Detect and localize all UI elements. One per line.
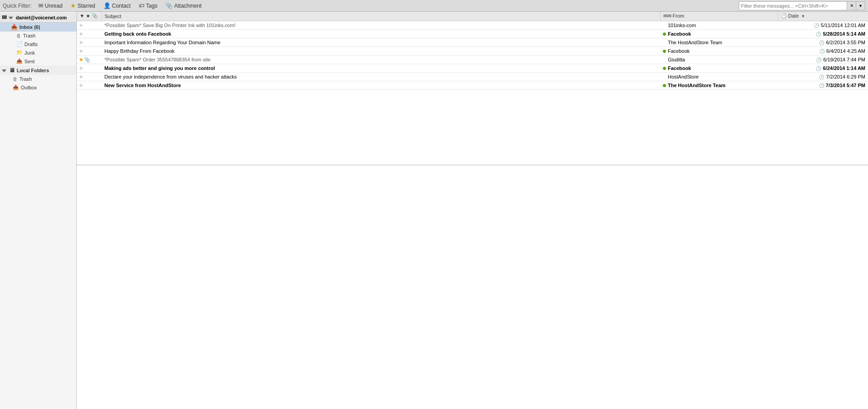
date-text: 6/19/2014 7:44 PM (823, 57, 865, 62)
local-folders-label: Local Folders (17, 68, 49, 73)
date-bullet-icon: 🕐 (819, 40, 824, 45)
account-envelope-icon: ✉ (2, 14, 7, 21)
date-bullet-icon: 🕐 (816, 32, 821, 37)
table-row[interactable]: ★Getting back onto FacebookFacebook🕐5/28… (77, 29, 868, 38)
date-col-label: Date (788, 13, 799, 19)
sidebar-item-trash[interactable]: 🗑 Trash (0, 32, 76, 40)
sidebar-item-junk[interactable]: 📁 Junk (0, 48, 76, 57)
table-row[interactable]: ★Making ads better and giving you more c… (77, 64, 868, 72)
email-subject-cell: Declare your independence from viruses a… (102, 72, 660, 81)
email-icons-cell: ★ (77, 21, 102, 29)
star-icon[interactable]: ★ (79, 82, 84, 88)
local-folders-triangle (2, 68, 7, 73)
filter-unread[interactable]: ✉ Unread (37, 2, 64, 9)
from-name: The HostAndStore Team (668, 83, 726, 88)
trash-label: Trash (23, 33, 36, 38)
junk-icon: 📁 (16, 50, 23, 56)
unread-icon-filter: ✉ (38, 2, 43, 9)
unread-label: Unread (45, 3, 62, 9)
star-icon[interactable]: ★ (79, 22, 84, 28)
email-list-container: ▼ ★ 📎 Subject ✉✉ From 🕐 Date ▼ (77, 12, 868, 165)
email-subject-cell: Important Information Regarding Your Dom… (102, 38, 660, 46)
from-col-icon: ✉✉ (663, 13, 671, 19)
star-icon[interactable]: ★ (79, 56, 84, 63)
star-icon[interactable]: ★ (79, 48, 84, 54)
account-triangle (9, 15, 14, 20)
attachment-icon: 📎 (165, 2, 173, 9)
email-icons-cell: ★ (77, 46, 102, 55)
filter-clear-button[interactable]: ✕ (847, 1, 856, 10)
sidebar-item-inbox[interactable]: 📥 Inbox (6) (0, 23, 76, 32)
email-date-cell: 🕐6/2/2014 3:55 PM (778, 38, 868, 46)
filter-attachment[interactable]: 📎 Attachment (164, 2, 203, 9)
from-name: 101inks-com (668, 23, 696, 28)
table-row[interactable]: ★Happy Birthday From FacebookFacebook🕐6/… (77, 46, 868, 55)
filter-box: ✕ ▼ (739, 1, 865, 10)
table-row[interactable]: ★📎*Possible Spam* Order 355547868354 fro… (77, 55, 868, 64)
contact-icon: 👤 (103, 2, 111, 9)
email-date-cell: 🕐5/28/2014 5:14 AM (778, 29, 868, 38)
filter-starred[interactable]: ★ Starred (69, 2, 96, 9)
star-icon[interactable]: ★ (79, 65, 84, 71)
sidebar-local-folders[interactable]: 🖥 Local Folders (0, 65, 76, 75)
table-row[interactable]: ★*Possible Spam* Save Big On Printer Ink… (77, 21, 868, 29)
email-date-cell: 🕐6/4/2014 4:25 AM (778, 46, 868, 55)
col-sort-icon: ▼ ★ 📎 (80, 13, 98, 19)
sidebar-item-sent[interactable]: 📤 Sent (0, 57, 76, 65)
sidebar-item-drafts[interactable]: 📄 Drafts (0, 40, 76, 48)
local-trash-label: Trash (19, 76, 32, 82)
sent-label: Sent (24, 59, 35, 64)
email-icons-cell: ★ (77, 38, 102, 46)
date-sort-arrow: ▼ (801, 14, 805, 19)
filter-contact[interactable]: 👤 Contact (102, 2, 132, 9)
outbox-icon: 📤 (13, 84, 19, 90)
email-date-cell: 🕐6/19/2014 7:44 PM (778, 55, 868, 64)
inbox-label: Inbox (6) (19, 24, 40, 30)
email-from-cell: Facebook (660, 64, 778, 72)
date-text: 7/2/2014 6:29 PM (826, 74, 865, 79)
filter-input[interactable] (739, 1, 847, 10)
no-dot (663, 75, 666, 79)
attachment-clip-icon: 📎 (84, 57, 90, 62)
trash-icon: 🗑 (16, 33, 21, 38)
date-text: 7/3/2014 5:47 PM (826, 83, 865, 88)
local-folder-icon: 🖥 (9, 67, 15, 74)
column-header-from[interactable]: ✉✉ From (660, 12, 778, 21)
filter-expand-button[interactable]: ▼ (856, 1, 865, 10)
date-text: 6/2/2014 3:55 PM (826, 40, 865, 45)
email-table-header: ▼ ★ 📎 Subject ✉✉ From 🕐 Date ▼ (77, 12, 868, 21)
local-trash-icon: 🗑 (13, 76, 18, 82)
from-name: Facebook (668, 48, 690, 54)
email-date-cell: 🕐6/24/2014 1:14 AM (778, 64, 868, 72)
email-from-cell: The HostAndStore Team (660, 81, 778, 89)
email-icons-cell: ★ (77, 81, 102, 89)
from-name: Giuditta (668, 57, 685, 62)
filter-tags[interactable]: 🏷 Tags (137, 2, 159, 9)
email-subject-cell: Happy Birthday From Facebook (102, 46, 660, 55)
quick-filter-label: Quick Filter: (3, 3, 32, 9)
attachment-label: Attachment (174, 3, 202, 9)
subject-col-label: Subject (105, 14, 122, 19)
date-text: 6/4/2014 4:25 AM (826, 48, 865, 54)
table-row[interactable]: ★Declare your independence from viruses … (77, 72, 868, 81)
sidebar-item-local-trash[interactable]: 🗑 Trash (0, 75, 76, 83)
star-icon[interactable]: ★ (79, 31, 84, 37)
star-icon[interactable]: ★ (79, 39, 84, 46)
email-subject-cell: Making ads better and giving you more co… (102, 64, 660, 72)
star-icon[interactable]: ★ (79, 74, 84, 80)
email-date-cell: 🕐7/2/2014 6:29 PM (778, 72, 868, 81)
column-header-subject[interactable]: Subject (102, 12, 660, 21)
column-header-icons[interactable]: ▼ ★ 📎 (77, 12, 102, 21)
sidebar-item-outbox[interactable]: 📤 Outbox (0, 83, 76, 92)
sidebar-account[interactable]: ✉ daniel@voicenet.com (0, 13, 76, 23)
table-row[interactable]: ★New Service from HostAndStoreThe HostAn… (77, 81, 868, 89)
from-name: HostAndStore (668, 74, 699, 79)
no-dot (663, 41, 666, 44)
email-table: ▼ ★ 📎 Subject ✉✉ From 🕐 Date ▼ (77, 12, 868, 90)
online-dot (663, 33, 666, 36)
column-header-date[interactable]: 🕐 Date ▼ (778, 12, 868, 21)
email-date-cell: 🕐7/3/2014 5:47 PM (778, 81, 868, 89)
email-subject-cell: *Possible Spam* Save Big On Printer Ink … (102, 21, 660, 29)
table-row[interactable]: ★Important Information Regarding Your Do… (77, 38, 868, 46)
from-name: The HostAndStore Team (668, 40, 722, 45)
